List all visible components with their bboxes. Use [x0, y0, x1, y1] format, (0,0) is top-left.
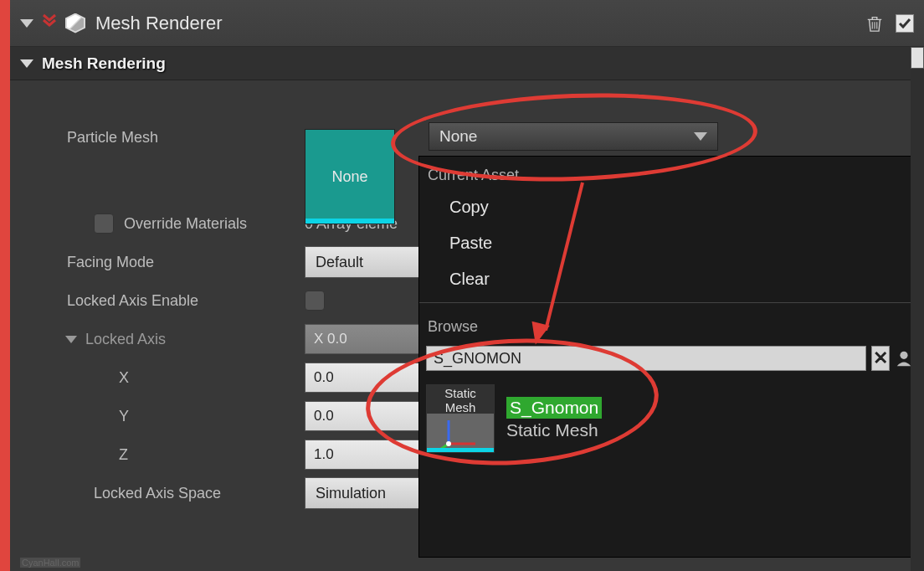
svg-point-4 — [446, 441, 451, 446]
clear-search-icon[interactable]: ✕ — [871, 346, 890, 371]
axis-gizmo-icon — [439, 415, 480, 450]
section-expand-icon — [20, 59, 33, 68]
watermark: CyanHall.com — [20, 558, 80, 568]
scrollbar[interactable] — [911, 47, 924, 571]
popup-section-current: Current Asset — [419, 157, 920, 189]
locked-axis-space-label: Locked Axis Space — [10, 485, 221, 502]
mesh-thumbnail-underline — [305, 219, 394, 224]
axis-y-label: Y — [10, 408, 129, 425]
facing-mode-value: Default — [316, 254, 363, 271]
mesh-thumbnail[interactable]: None — [305, 129, 395, 224]
locked-axis-label: Locked Axis — [85, 331, 166, 348]
particle-mesh-label: Particle Mesh — [10, 129, 158, 147]
locked-axis-expand-icon[interactable] — [65, 336, 77, 343]
facing-mode-label: Facing Mode — [10, 254, 154, 271]
locked-axis-enable-checkbox[interactable] — [305, 291, 325, 311]
axis-z-label: Z — [10, 446, 128, 464]
axis-x-input[interactable] — [305, 363, 420, 393]
popup-section-browse: Browse — [419, 308, 920, 341]
component-accent-bar — [0, 0, 10, 571]
asset-picker-popup: Current Asset Copy Paste Clear Browse ✕ … — [418, 156, 921, 558]
mesh-renderer-icon — [65, 13, 85, 33]
result-type: Static Mesh — [506, 420, 602, 440]
result-thumb-type-label: Static Mesh — [427, 385, 494, 414]
section-header[interactable]: Mesh Rendering — [10, 47, 924, 80]
result-thumbnail: Static Mesh — [426, 384, 495, 453]
component-title: Mesh Renderer — [95, 13, 223, 34]
search-result-item[interactable]: Static Mesh S_Gnomon Static Mesh — [419, 379, 920, 458]
popup-copy[interactable]: Copy — [419, 189, 920, 225]
locked-axis-x-compact[interactable]: X 0.0 — [305, 324, 420, 354]
component-enabled-checkbox[interactable] — [896, 14, 914, 33]
axis-x-label: X — [10, 369, 129, 387]
result-thumb-underline — [427, 448, 494, 452]
locked-axis-space-dropdown[interactable]: Simulation — [305, 477, 420, 509]
chevron-down-icon — [694, 132, 707, 141]
result-name: S_Gnomon — [506, 397, 602, 419]
asset-selector-value: None — [439, 127, 477, 146]
axis-z-input[interactable] — [305, 440, 420, 470]
asset-search-input[interactable] — [426, 346, 866, 371]
scrollbar-thumb[interactable] — [911, 47, 924, 69]
facing-mode-dropdown[interactable]: Default — [305, 246, 420, 278]
pin-icon[interactable] — [42, 13, 57, 33]
popup-clear[interactable]: Clear — [419, 261, 920, 297]
popup-paste[interactable]: Paste — [419, 225, 920, 261]
expand-toggle-icon[interactable] — [20, 19, 33, 28]
override-materials-checkbox[interactable] — [94, 213, 114, 234]
mesh-thumbnail-text: None — [331, 168, 367, 186]
trash-icon[interactable] — [865, 13, 884, 33]
svg-point-0 — [900, 352, 907, 359]
inspector-panel: Mesh Renderer Mesh Rendering Particle Me… — [10, 0, 924, 571]
axis-y-input[interactable] — [305, 401, 420, 431]
locked-axis-space-value: Simulation — [316, 485, 386, 502]
locked-axis-enable-label: Locked Axis Enable — [10, 292, 198, 310]
component-header: Mesh Renderer — [10, 0, 924, 47]
asset-selector-dropdown[interactable]: None — [429, 122, 718, 151]
override-materials-label: Override Materials — [124, 215, 247, 233]
popup-divider — [419, 302, 920, 303]
section-title: Mesh Rendering — [42, 54, 166, 73]
